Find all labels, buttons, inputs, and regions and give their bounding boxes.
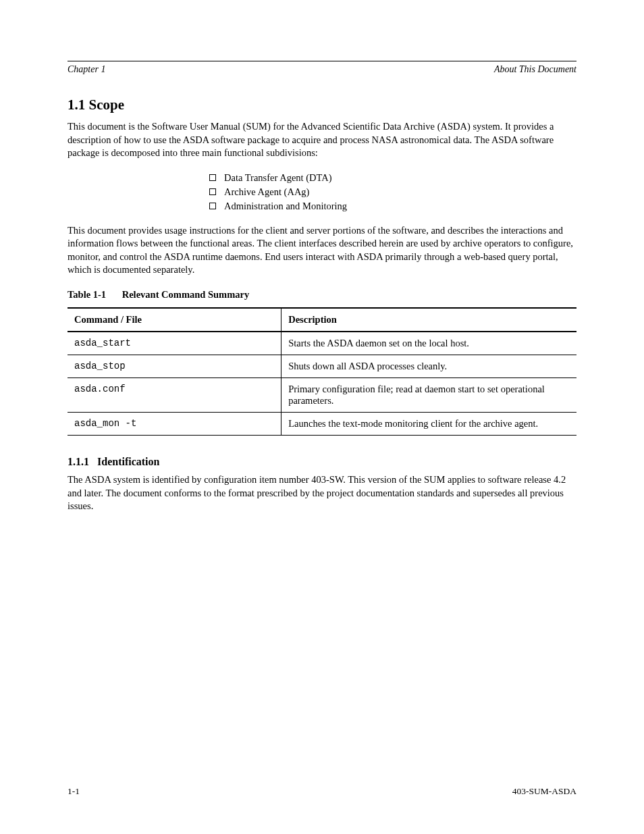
table-cell-description: Launches the text-mode monitoring client… [281,412,576,435]
list-item-label: Archive Agent (AAg) [224,186,309,198]
table-caption: Table 1-1 Relevant Command Summary [68,289,576,301]
header-chapter: Chapter 1 [68,64,105,75]
list-item: Archive Agent (AAg) [209,186,576,198]
table-row: asda_stop Shuts down all ASDA processes … [68,355,576,377]
table-caption-label: Table 1-1 [68,289,106,300]
intro-paragraph-2: This document provides usage instruction… [68,224,576,277]
table-cell-description: Shuts down all ASDA processes cleanly. [281,355,576,377]
table-row: asda_mon -t Launches the text-mode monit… [68,412,576,435]
table-caption-title: Relevant Command Summary [122,289,250,300]
section-heading: 1.1 Scope [68,97,576,113]
table-cell-command: asda.conf [68,377,281,412]
table-cell-description: Starts the ASDA daemon set on the local … [281,332,576,355]
table-header-description: Description [281,308,576,332]
footer-page-number: 1-1 [68,786,80,797]
subsection-title: Identification [97,456,159,467]
square-bullet-icon [209,174,216,181]
list-item-label: Data Transfer Agent (DTA) [224,172,332,184]
header-rule [68,61,576,61]
square-bullet-icon [209,188,216,195]
square-bullet-icon [209,203,216,209]
list-item: Administration and Monitoring [209,201,576,212]
subsection-paragraph: The ASDA system is identified by configu… [68,473,576,513]
table-cell-command: asda_stop [68,355,281,377]
table-header-command: Command / File [68,308,281,332]
table-cell-description: Primary configuration file; read at daem… [281,377,576,412]
table-cell-command: asda_start [68,332,281,355]
running-header: Chapter 1 About This Document [68,64,576,75]
intro-paragraph-1: This document is the Software User Manua… [68,120,576,160]
table-row: asda.conf Primary configuration file; re… [68,377,576,412]
page-footer: 1-1 403-SUM-ASDA [68,786,576,797]
footer-doc-id: 403-SUM-ASDA [512,786,576,797]
subsection-number: 1.1.1 [68,456,89,467]
bullet-list: Data Transfer Agent (DTA) Archive Agent … [209,172,576,212]
list-item: Data Transfer Agent (DTA) [209,172,576,184]
list-item-label: Administration and Monitoring [224,201,347,212]
subsection-heading: 1.1.1 Identification [68,456,576,468]
table-row: asda_start Starts the ASDA daemon set on… [68,332,576,355]
table-cell-command: asda_mon -t [68,412,281,435]
command-summary-table: Command / File Description asda_start St… [68,307,576,436]
header-title: About This Document [494,64,576,75]
